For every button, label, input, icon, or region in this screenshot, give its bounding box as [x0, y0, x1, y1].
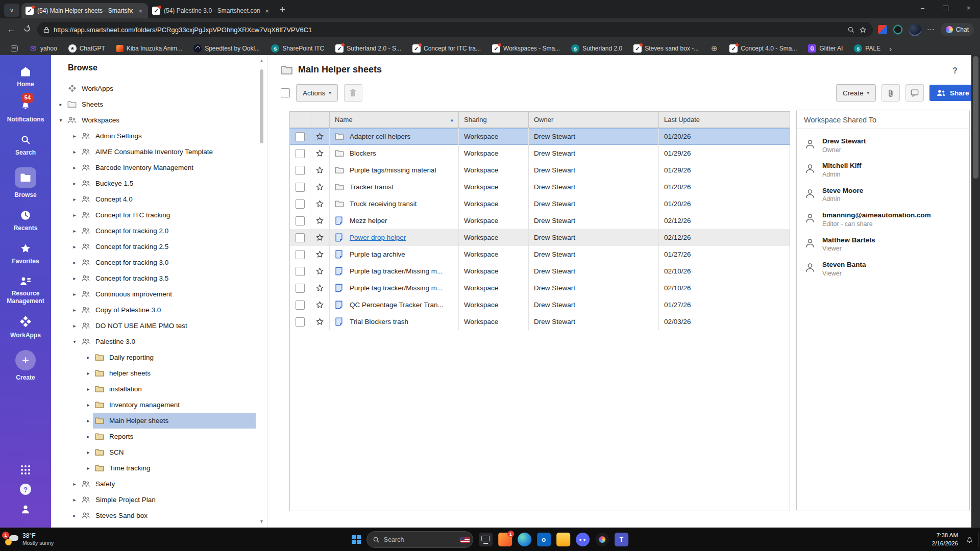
tree-item[interactable]: ▸ Daily reporting [51, 349, 256, 365]
app-grid-icon[interactable] [20, 465, 31, 475]
tree-item[interactable]: ▸ SCN [51, 444, 256, 460]
column-header-last-update[interactable]: Last Update [659, 112, 789, 128]
table-row[interactable]: Purple tag tracker/Missing m... Workspac… [290, 280, 790, 296]
extension-orb-icon[interactable] [893, 24, 903, 35]
bookmark-item[interactable]: Sutherland 2.0 [566, 43, 628, 54]
taskbar-weather-widget[interactable]: 1 38°F Mostly sunny [4, 528, 54, 551]
shared-person[interactable]: Steve Moore Admin [800, 183, 966, 207]
help-icon[interactable]: ? [952, 66, 958, 76]
favorite-star-icon[interactable] [859, 26, 867, 34]
tree-item[interactable]: ▸ Concept for tracking 2.0 [51, 223, 256, 239]
attach-button[interactable] [881, 84, 900, 102]
table-row[interactable]: Truck receiving transit Workspace Drew S… [290, 195, 790, 212]
table-row[interactable]: Blockers Workspace Drew Stewart 01/29/26 [290, 145, 790, 162]
browser-tab[interactable]: (54) Palestine 3.0 - Smartsheet.com × [148, 3, 275, 18]
favorite-star-icon[interactable] [315, 132, 324, 141]
table-row[interactable]: Tracker tranist Workspace Drew Stewart 0… [290, 179, 790, 195]
browser-scrollbar[interactable] [971, 55, 980, 528]
chevron-icon[interactable]: ▸ [70, 212, 79, 218]
taskbar-file-explorer-icon[interactable] [556, 533, 570, 546]
help-icon[interactable]: ? [20, 484, 31, 495]
chevron-icon[interactable]: ▸ [70, 323, 79, 329]
table-row[interactable]: Purple tag tracker/Missing m... Workspac… [290, 263, 790, 280]
nav-search[interactable]: Search [15, 134, 36, 157]
tree-item[interactable]: ▾ Workspaces [51, 112, 256, 128]
window-minimize-button[interactable]: – [911, 0, 934, 16]
bookmark-item[interactable]: Kiba Inuzuka Anim... [111, 43, 188, 54]
column-header-name[interactable]: Name ▲ [330, 112, 459, 128]
create-button[interactable]: Create ▾ [836, 84, 876, 102]
chevron-icon[interactable]: ▸ [70, 228, 79, 234]
item-name[interactable]: Trial Blockers trash [350, 318, 408, 325]
nav-browse[interactable]: Browse [14, 167, 36, 199]
item-name[interactable]: Truck receiving transit [350, 200, 417, 208]
tree-item[interactable]: ▸ Sheets [51, 96, 256, 112]
scroll-down-icon[interactable]: ▼ [258, 519, 265, 524]
item-name[interactable]: Tracker tranist [350, 183, 394, 191]
taskbar-search-box[interactable]: Search [366, 531, 473, 548]
actions-button[interactable]: Actions ▾ [296, 84, 338, 102]
favorite-star-icon[interactable] [315, 267, 324, 276]
extension-shield-icon[interactable] [878, 25, 887, 34]
row-checkbox[interactable] [296, 166, 305, 175]
taskbar-clock[interactable]: 7:38 AM 2/16/2026 [932, 532, 958, 547]
chevron-icon[interactable]: ▸ [70, 481, 79, 487]
shared-person[interactable]: Mitchell Kiff Admin [800, 158, 966, 182]
table-row[interactable]: QC Percentage Tracker Tran... Workspace … [290, 296, 790, 313]
nav-create[interactable]: + Create [15, 350, 36, 382]
table-row[interactable]: Purple tags/missing material Workspace D… [290, 162, 790, 179]
nav-resource-management[interactable]: Resource Management [0, 276, 51, 305]
chevron-icon[interactable]: ▸ [70, 149, 79, 155]
bookmark-item[interactable] [5, 43, 23, 54]
tab-search-button[interactable]: ∨ [4, 4, 19, 17]
tree-item[interactable]: ▸ Inventory management [51, 397, 256, 413]
delete-button[interactable] [344, 84, 362, 102]
chevron-icon[interactable]: ▸ [70, 181, 79, 186]
table-row[interactable]: Mezz helper Workspace Drew Stewart 02/12… [290, 212, 790, 229]
tree-item[interactable]: ▸ Time tracking [51, 460, 256, 476]
browser-tab[interactable]: (54) Main Helper sheets - Smartshe... × [21, 3, 148, 18]
chevron-icon[interactable]: ▸ [70, 291, 79, 297]
notification-bell-icon[interactable] [965, 535, 974, 544]
favorite-star-icon[interactable] [315, 149, 324, 158]
row-checkbox[interactable] [296, 300, 305, 310]
item-name[interactable]: Purple tag archive [350, 251, 405, 258]
address-bar[interactable]: https://app.smartsheet.com/folders/PCRgg… [37, 22, 873, 37]
favorite-star-icon[interactable] [315, 284, 324, 292]
tree-item[interactable]: ▸ Reports [51, 429, 256, 444]
taskbar-discord-icon[interactable] [576, 533, 590, 546]
column-header-sharing[interactable]: Sharing [459, 112, 529, 128]
item-name[interactable]: Purple tags/missing material [350, 166, 436, 174]
favorite-star-icon[interactable] [315, 183, 324, 191]
bookmark-item[interactable]: yahoo [23, 43, 63, 54]
nav-notifications[interactable]: 54 Notifications [7, 99, 44, 123]
table-row[interactable]: Power drop helper Workspace Drew Stewart… [290, 229, 790, 246]
shared-person[interactable]: Drew Stewart Owner [800, 133, 966, 158]
item-name[interactable]: QC Percentage Tracker Tran... [350, 301, 444, 309]
item-name[interactable]: Adapter cell helpers [350, 133, 410, 140]
tree-item[interactable]: ▸ Steves Sand box [51, 508, 256, 523]
chevron-icon[interactable]: ▸ [70, 165, 79, 170]
chevron-icon[interactable]: ▸ [84, 386, 93, 392]
shared-person[interactable]: bmanning@aimeautomation.com Editor - can… [800, 207, 966, 232]
tree-item[interactable]: ▸ Main Helper sheets [51, 413, 256, 429]
row-checkbox[interactable] [296, 149, 305, 158]
chevron-icon[interactable]: ▸ [70, 196, 79, 202]
show-desktop-button[interactable] [978, 532, 980, 547]
item-name[interactable]: Purple tag tracker/Missing m... [350, 267, 443, 275]
column-header-owner[interactable]: Owner [529, 112, 659, 128]
row-checkbox[interactable] [296, 233, 305, 242]
chevron-icon[interactable]: ▸ [70, 244, 79, 249]
bookmark-item[interactable]: Glitter AI [802, 43, 848, 54]
chevron-icon[interactable]: ▸ [84, 434, 93, 439]
bookmark-item[interactable]: SharePoint ITC [265, 43, 330, 54]
tab-close-icon[interactable]: × [263, 7, 271, 15]
scrollbar-thumb[interactable] [260, 69, 263, 143]
taskbar-this-pc-icon[interactable] [479, 533, 493, 546]
row-checkbox[interactable] [296, 284, 305, 293]
taskbar-edge-icon[interactable] [518, 533, 531, 546]
start-button[interactable] [352, 535, 361, 544]
nav-favorites[interactable]: Favorites [12, 243, 39, 265]
browse-scrollbar[interactable]: ▲ ▼ [258, 58, 265, 524]
favorite-star-icon[interactable] [315, 166, 324, 174]
